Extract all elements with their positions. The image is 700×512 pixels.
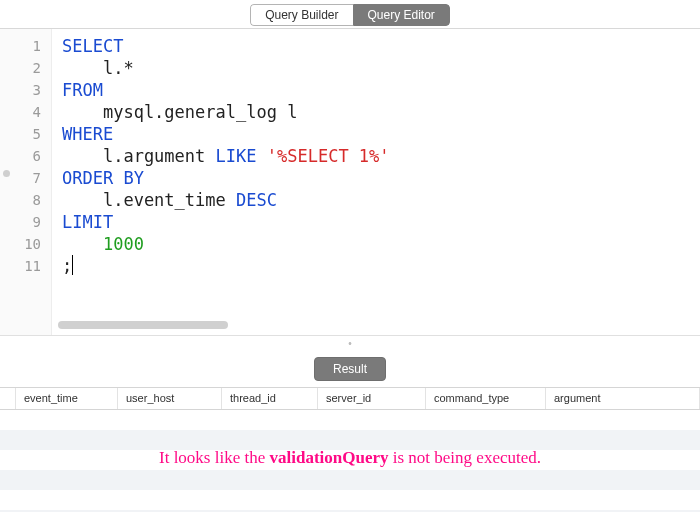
code-text (256, 146, 266, 166)
column-header[interactable]: command_type (426, 388, 546, 409)
line-number: 1 (0, 35, 51, 57)
annotation-text: It looks like the (159, 448, 269, 467)
keyword-desc: DESC (236, 190, 277, 210)
code-editor[interactable]: SELECT l.* FROM mysql.general_log l WHER… (52, 29, 700, 335)
column-header[interactable]: event_time (16, 388, 118, 409)
code-text (113, 168, 123, 188)
pane-drag-handle[interactable]: • (0, 336, 700, 351)
annotation-text: is not being executed. (389, 448, 542, 467)
table-row (0, 410, 700, 430)
results-header-row: event_time user_host thread_id server_id… (0, 388, 700, 410)
line-number: 5 (0, 123, 51, 145)
column-header[interactable]: thread_id (222, 388, 318, 409)
row-handle-header (0, 388, 16, 409)
result-bar: Result (0, 351, 700, 388)
keyword-where: WHERE (62, 124, 113, 144)
code-text: l.event_time (62, 190, 236, 210)
keyword-order: ORDER (62, 168, 113, 188)
editor-area: 1 2 3 4 5 6 7 8 9 10 11 SELECT l.* FROM … (0, 29, 700, 336)
code-text: mysql.general_log l (62, 102, 297, 122)
number-literal: 1000 (103, 234, 144, 254)
line-number: 9 (0, 211, 51, 233)
string-literal: '%SELECT 1%' (267, 146, 390, 166)
horizontal-scrollbar[interactable] (58, 321, 686, 329)
text-cursor (72, 255, 73, 275)
table-row (0, 470, 700, 490)
line-number: 3 (0, 79, 51, 101)
line-number: 4 (0, 101, 51, 123)
tab-query-builder[interactable]: Query Builder (250, 4, 352, 26)
line-number: 6 (0, 145, 51, 167)
column-header[interactable]: user_host (118, 388, 222, 409)
annotation-emphasis: validationQuery (269, 448, 388, 467)
column-header[interactable]: server_id (318, 388, 426, 409)
overlay-annotation: It looks like the validationQuery is not… (0, 448, 700, 468)
top-tab-bar: Query Builder Query Editor (0, 0, 700, 29)
table-row (0, 490, 700, 510)
result-tab[interactable]: Result (314, 357, 386, 381)
keyword-like: LIKE (216, 146, 257, 166)
tab-query-editor[interactable]: Query Editor (353, 4, 450, 26)
code-text: l.* (62, 58, 134, 78)
code-text: ; (62, 256, 72, 276)
keyword-limit: LIMIT (62, 212, 113, 232)
keyword-select: SELECT (62, 36, 123, 56)
line-gutter: 1 2 3 4 5 6 7 8 9 10 11 (0, 29, 52, 335)
keyword-by: BY (123, 168, 143, 188)
code-text: l.argument (62, 146, 216, 166)
tab-group: Query Builder Query Editor (250, 4, 450, 26)
results-body: It looks like the validationQuery is not… (0, 410, 700, 512)
line-number: 10 (0, 233, 51, 255)
table-row (0, 430, 700, 450)
breakpoint-dot[interactable] (3, 170, 10, 177)
scrollbar-thumb[interactable] (58, 321, 228, 329)
code-text (62, 234, 103, 254)
column-header[interactable]: argument (546, 388, 700, 409)
line-number: 8 (0, 189, 51, 211)
keyword-from: FROM (62, 80, 103, 100)
line-number: 11 (0, 255, 51, 277)
line-number: 2 (0, 57, 51, 79)
